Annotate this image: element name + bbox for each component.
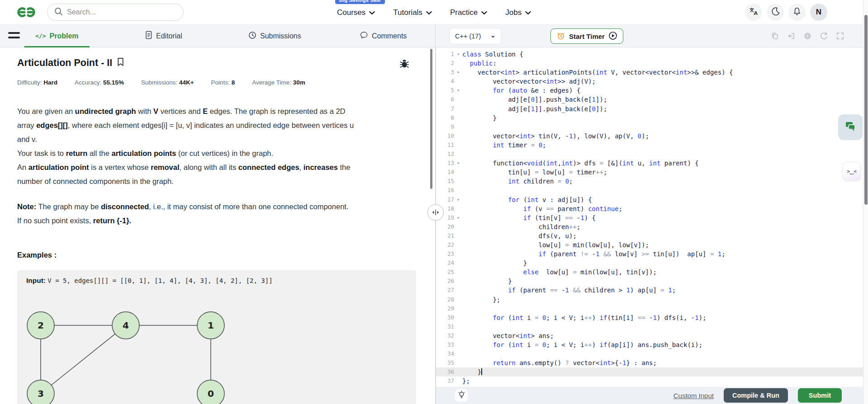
fold-caret-icon[interactable]: ▾ <box>454 213 462 222</box>
line-number-gutter[interactable]: 37 <box>436 376 462 385</box>
line-number-gutter[interactable]: 9 <box>436 122 462 132</box>
submit-button[interactable]: Submit <box>798 388 842 403</box>
code-line[interactable]: 21 dfs(v, u); <box>436 231 868 240</box>
code-line[interactable]: 32 vector<int> ans; <box>436 331 868 340</box>
fold-caret-icon[interactable] <box>454 122 462 132</box>
code-line[interactable]: 15 int children = 0; <box>436 177 868 186</box>
code-line[interactable]: 26 } <box>436 277 868 286</box>
fold-caret-icon[interactable]: ▾ <box>454 159 462 168</box>
line-number-gutter[interactable]: 6 <box>436 95 462 104</box>
code-line[interactable]: 13▾ function<void(int,int)> dfs = [&](in… <box>436 159 868 168</box>
line-number-gutter[interactable]: 13▾ <box>436 159 462 168</box>
line-number-gutter[interactable]: 35 <box>436 358 462 367</box>
line-number-gutter[interactable]: 8 <box>436 113 462 122</box>
reset-code-icon[interactable] <box>820 32 828 42</box>
line-number-gutter[interactable]: 12 <box>436 150 462 159</box>
code-line[interactable]: 34 <box>436 349 868 358</box>
fold-caret-icon[interactable] <box>454 249 462 258</box>
fold-caret-icon[interactable] <box>454 177 462 186</box>
nav-item-courses[interactable]: Big Savings Sale Courses <box>337 8 375 17</box>
tab-comments[interactable]: Comments <box>349 25 417 47</box>
line-number-gutter[interactable]: 14 <box>436 168 462 177</box>
fold-caret-icon[interactable]: ▾ <box>454 68 462 77</box>
code-line[interactable]: 11 int timer = 0; <box>436 141 868 150</box>
fold-caret-icon[interactable] <box>454 376 462 385</box>
fold-caret-icon[interactable] <box>454 304 462 313</box>
fold-caret-icon[interactable] <box>454 240 462 249</box>
start-timer-button[interactable]: Start Timer <box>550 28 623 44</box>
code-line[interactable]: 6 adj[e[0]].push_back(e[1]); <box>436 95 868 104</box>
line-number-gutter[interactable]: 26 <box>436 277 462 286</box>
fold-caret-icon[interactable] <box>454 150 462 159</box>
fold-caret-icon[interactable] <box>454 95 462 104</box>
code-line[interactable]: 25 else low[u] = min(low[u], tin[v]); <box>436 268 868 277</box>
fold-caret-icon[interactable] <box>454 168 462 177</box>
line-number-gutter[interactable]: 22 <box>436 240 462 249</box>
code-line[interactable]: 5▾ for (auto &e : edges) { <box>436 86 868 95</box>
fold-caret-icon[interactable]: ▾ <box>454 195 462 204</box>
fold-caret-icon[interactable] <box>454 113 462 122</box>
nav-item-practice[interactable]: Practice <box>450 8 487 17</box>
line-number-gutter[interactable]: 1▾ <box>436 50 462 59</box>
copy-icon[interactable] <box>771 32 779 42</box>
code-line[interactable]: 9 <box>436 122 868 132</box>
line-number-gutter[interactable]: 33 <box>436 340 462 349</box>
fold-caret-icon[interactable] <box>454 132 462 141</box>
code-line[interactable]: 29 <box>436 304 868 313</box>
code-line[interactable]: 27 if (parent == -1 && children > 1) ap[… <box>436 286 868 295</box>
code-line[interactable]: 35 return ans.empty() ? vector<int>{-1} … <box>436 358 868 367</box>
code-line[interactable]: 3▾ vector<int> articulationPoints(int V,… <box>436 68 868 77</box>
code-line[interactable]: 36 } <box>436 367 868 376</box>
fold-caret-icon[interactable] <box>454 286 462 295</box>
nav-item-tutorials[interactable]: Tutorials <box>393 8 432 17</box>
code-line[interactable]: 33 for (int i = 0; i < V; i++) if(ap[i])… <box>436 340 868 349</box>
avatar[interactable]: N <box>810 4 827 21</box>
fold-caret-icon[interactable] <box>454 331 462 340</box>
line-number-gutter[interactable]: 30 <box>436 313 462 322</box>
fold-caret-icon[interactable] <box>454 268 462 277</box>
fold-caret-icon[interactable] <box>454 258 462 268</box>
line-number-gutter[interactable]: 21 <box>436 231 462 240</box>
line-number-gutter[interactable]: 31 <box>436 322 462 331</box>
line-number-gutter[interactable]: 34 <box>436 349 462 358</box>
code-line[interactable]: 22 low[u] = min(low[u], low[v]); <box>436 240 868 249</box>
line-number-gutter[interactable]: 29 <box>436 304 462 313</box>
code-line[interactable]: 12 <box>436 150 868 159</box>
feedback-chat-button[interactable] <box>838 114 863 140</box>
fold-caret-icon[interactable] <box>454 77 462 86</box>
notifications-button[interactable] <box>788 4 806 21</box>
fold-caret-icon[interactable] <box>454 295 462 304</box>
line-number-gutter[interactable]: 36 <box>436 367 462 376</box>
code-line[interactable]: 23 if (parent != -1 && low[v] >= tin[u])… <box>436 249 868 258</box>
panel-resize-handle[interactable] <box>427 204 444 221</box>
code-line[interactable]: 1▾class Solution { <box>436 50 868 59</box>
code-line[interactable]: 7 adj[e[1]].push_back(e[0]); <box>436 104 868 113</box>
code-line[interactable]: 24 } <box>436 258 868 268</box>
fold-caret-icon[interactable] <box>454 313 462 322</box>
fold-caret-icon[interactable]: ▾ <box>454 86 462 95</box>
fullscreen-icon[interactable] <box>836 32 844 42</box>
code-line[interactable]: 28 }; <box>436 295 868 304</box>
code-line[interactable]: 10 vector<int> tin(V, -1), low(V), ap(V,… <box>436 132 868 141</box>
language-select[interactable]: C++ (17) <box>450 28 501 44</box>
line-number-gutter[interactable]: 15 <box>436 177 462 186</box>
fold-caret-icon[interactable] <box>454 322 462 331</box>
fold-caret-icon[interactable] <box>454 231 462 240</box>
fold-caret-icon[interactable] <box>454 277 462 286</box>
translate-button[interactable]: A <box>745 4 762 21</box>
fold-caret-icon[interactable] <box>454 59 462 68</box>
code-line[interactable]: 14 tin[u] = low[u] = timer++; <box>436 168 868 177</box>
code-line[interactable]: 19▾ if (tin[v] == -1) { <box>436 213 868 222</box>
line-number-gutter[interactable]: 25 <box>436 268 462 277</box>
hamburger-menu-icon[interactable] <box>8 32 20 41</box>
ai-helper-button[interactable]: >‿< <box>843 162 861 181</box>
nav-item-jobs[interactable]: Jobs <box>505 8 531 17</box>
line-number-gutter[interactable]: 4 <box>436 77 462 86</box>
code-line[interactable]: 30 for (int i = 0; i < V; i++) if(tin[i]… <box>436 313 868 322</box>
tab-problem[interactable]: </> Problem <box>24 25 90 47</box>
settings-gear-icon[interactable] <box>803 32 812 42</box>
code-line[interactable]: 37}; <box>436 376 868 385</box>
code-line[interactable]: 4 vector<vector<int>> adj(V); <box>436 77 868 86</box>
line-number-gutter[interactable]: 3▾ <box>436 68 462 77</box>
fold-caret-icon[interactable] <box>454 204 462 213</box>
